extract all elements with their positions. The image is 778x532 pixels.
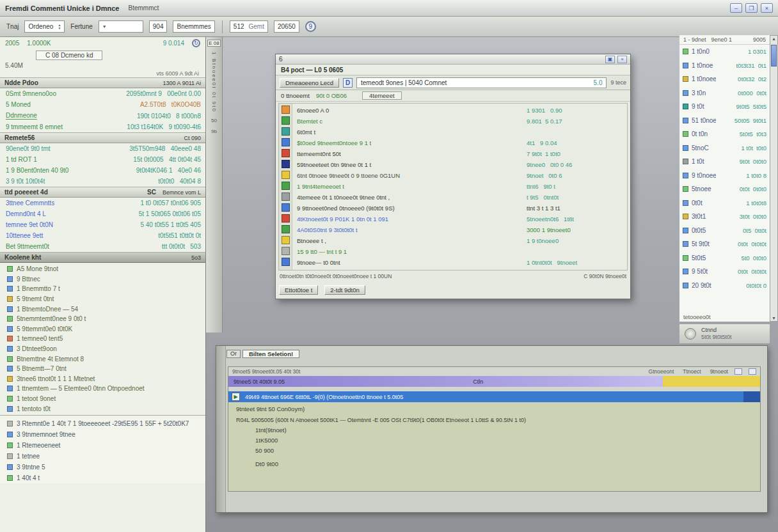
list-item[interactable]: 9 5t0t 0t0t 0t0t0t bbox=[679, 265, 770, 279]
status-bar-blue[interactable]: ▶ 49t49 4ttnoet 696E 6ttt0tL -9(0) (Otno… bbox=[228, 391, 760, 402]
item-icon[interactable] bbox=[282, 192, 290, 201]
list-item[interactable]: 1 40t 4 t bbox=[0, 473, 205, 483]
item-icon[interactable] bbox=[282, 182, 290, 190]
numeric-field-2[interactable]: 512 Gemt bbox=[230, 20, 268, 33]
list-item[interactable]: 20 9t0t 0t0t0t 0 bbox=[679, 279, 770, 293]
open-button[interactable]: Dmeaoeeno Lecd bbox=[280, 78, 339, 88]
table-row[interactable]: $t0oed 9tneemt0ntoee 9 1 t 4t1 9 0.04 bbox=[292, 137, 627, 148]
table-row[interactable]: Bet 9ttmeemt0t ttt 0t0t0t 503 bbox=[0, 241, 205, 252]
timeline-segment-yellow[interactable] bbox=[663, 376, 760, 387]
list-item[interactable]: 1 tetnee bbox=[0, 451, 205, 462]
list-item[interactable]: A5 Mone 9tnot bbox=[0, 264, 205, 274]
list-item[interactable]: 5t 9t0t 0t0t 0t0t0t bbox=[679, 237, 770, 251]
list-item[interactable]: 0t0t 1 t0t0t8 bbox=[679, 196, 770, 210]
item-icon[interactable] bbox=[282, 214, 290, 223]
table-row[interactable]: ttemeemt0nt 50t 7 9t0t 1 t0t0 bbox=[292, 148, 627, 159]
item-icon[interactable] bbox=[282, 106, 290, 114]
list-item[interactable]: 0t t0n 5t0t5 t0t3 bbox=[679, 127, 770, 141]
tab-selection[interactable]: Bilten Seletion! bbox=[242, 350, 299, 358]
table-row[interactable]: 90ene0t 9t0 tmt 3t5T50m948 40eee0 48 bbox=[0, 143, 205, 154]
scroll-up-icon[interactable]: ▲ bbox=[770, 36, 777, 41]
timeline-bar-purple[interactable]: 9tnee5 0t 40t0t 9.05 Ctln bbox=[228, 376, 760, 387]
item-icon[interactable] bbox=[282, 160, 290, 168]
right-scrollbar[interactable]: ▲ ▼ bbox=[770, 35, 778, 322]
table-row[interactable]: 1 9tnt4temeeoet t ttnt6 9t0 t bbox=[292, 181, 627, 192]
table-row[interactable]: 3ttnee Cemmntts 1 t0 0t057 t0nt06 905 bbox=[0, 198, 205, 208]
list-item[interactable]: 1 t0noe t0t3t31 0t1 bbox=[679, 59, 770, 73]
collapsed-panel-strip[interactable]: E 08 1 Btnoee0t 0t 9t0 50 9b bbox=[206, 37, 223, 332]
d-icon[interactable]: D bbox=[343, 78, 353, 88]
play-icon[interactable]: ▶ bbox=[232, 393, 240, 401]
tab-or[interactable]: Or bbox=[226, 350, 241, 358]
item-icon[interactable] bbox=[282, 149, 290, 157]
series-field[interactable]: temeodt 9ones | 5040 Comnet 5.0 bbox=[356, 77, 607, 88]
list-item[interactable]: 1 BtnemtoDnee — 54 bbox=[0, 304, 205, 314]
item-icon[interactable] bbox=[282, 247, 290, 255]
table-row[interactable]: 9 tmmeemt 8 emnet 10t3 t164t0K 9 t0090-4… bbox=[0, 121, 205, 132]
spinner-icon[interactable]: ▲▼ bbox=[58, 24, 61, 30]
item-icon[interactable] bbox=[282, 236, 290, 244]
list-item[interactable]: 1 t0n0 1 0301 bbox=[679, 45, 770, 59]
table-row[interactable]: 9tnoee— t0 0tnt 1 0tnt0t0t 9tnoeet bbox=[292, 257, 627, 268]
list-item[interactable]: 3t0t1 3t0t 0t0t0 bbox=[679, 210, 770, 224]
table-row[interactable]: 6tnt 0tnoee 9tnee0t 0 9 ttoene 0G1UN 9tn… bbox=[292, 170, 627, 181]
list-item[interactable]: 3 Dtnteet9oon bbox=[0, 344, 205, 354]
close-icon[interactable]: × bbox=[617, 56, 627, 63]
table-row[interactable]: 6t0mt t bbox=[292, 127, 627, 137]
table-row[interactable]: 9 9ttnoeet0ned 0tnoeee0 (9t0t0t 9S) ttnt… bbox=[292, 203, 627, 214]
table-row[interactable]: Btnoeee t , 1 9 t0noee0 bbox=[292, 235, 627, 246]
list-item[interactable]: 5 9ttemmt0e0 t0t0K bbox=[0, 324, 205, 334]
numeric-field-3[interactable]: 20650 bbox=[274, 20, 299, 33]
item-icon[interactable] bbox=[282, 225, 290, 233]
item-icon[interactable] bbox=[282, 138, 290, 146]
camera-icon[interactable]: ▣ bbox=[605, 56, 615, 63]
order-combo[interactable]: Ordeneo ▲▼ bbox=[24, 20, 65, 33]
list-item[interactable]: 1 t0noee 0t0t32 0t2 bbox=[679, 72, 770, 86]
numeric-field-1[interactable]: 904 bbox=[149, 20, 168, 33]
list-item[interactable]: 3 9tntne 5 bbox=[0, 462, 205, 473]
list-item[interactable]: 5tnemmtemt0nee 9 0t0 t bbox=[0, 314, 205, 324]
table-row[interactable]: Demnd0nt 4 L 5t 1 50t065 0t0t06 t05 bbox=[0, 208, 205, 219]
list-item[interactable]: 51 t0noe 50t05 9t0t1 bbox=[679, 114, 770, 128]
list-item[interactable]: 5t0t5 5t0 0t0t0 bbox=[679, 251, 770, 265]
list-item[interactable]: 5tnoee 0t0t 0t0t0 bbox=[679, 182, 770, 196]
list-item[interactable]: 9 t0t 9t0t5 5t0t5 bbox=[679, 100, 770, 114]
panel-restore-icon[interactable] bbox=[734, 368, 742, 375]
list-item[interactable]: 1 Rtemeoeneet bbox=[0, 440, 205, 451]
list-item[interactable]: 5 9tnemt 0tnt bbox=[0, 294, 205, 304]
fortune-combo[interactable]: ▼ bbox=[99, 20, 143, 33]
name-field-1[interactable]: Bnemmmes bbox=[173, 20, 214, 33]
status-button-1[interactable]: Ettot0toe t bbox=[279, 285, 318, 295]
table-row[interactable]: Btemtet c 9.801 5 0.17 bbox=[292, 116, 627, 127]
list-item[interactable]: 1 Bnemmtto 7 t bbox=[0, 284, 205, 294]
list-item[interactable]: Btnemttne 4t Etemnot 8 bbox=[0, 354, 205, 364]
list-item[interactable]: 1 temnee0 tent5 bbox=[0, 334, 205, 344]
tab-items[interactable]: 4temeeet bbox=[362, 91, 402, 100]
table-row[interactable]: 4temeee 0t 1 t0noee0t 9tnee 0tnt , t 9t5… bbox=[292, 192, 627, 203]
table-row[interactable]: 0Smt 9mneno0oo 2095t0mnt 9 00e0nt 0.00 bbox=[0, 88, 205, 99]
item-icon[interactable] bbox=[282, 127, 290, 136]
list-item[interactable]: 3 Rtemnt0e 1 40t 7 1 9toeeeoeet -29t5E95… bbox=[0, 418, 205, 429]
table-row[interactable]: 15 9 tt0 — tnt t 9 1 bbox=[292, 246, 627, 257]
minimize-icon[interactable]: – bbox=[730, 3, 742, 13]
status-button-2[interactable]: 2-tdt 9dt0n bbox=[324, 285, 365, 295]
list-item[interactable]: 1 ttnemtem — 5 Etemtee0 0tnn Otnpoednoet bbox=[0, 384, 205, 394]
scroll-down-icon[interactable]: ▼ bbox=[770, 316, 777, 320]
table-row[interactable]: Ddnmeone 190t 0104t0 8 t000n8 bbox=[0, 110, 205, 121]
list-item[interactable]: 1 t0t 9t0t 0t0t0 bbox=[679, 155, 770, 169]
list-item[interactable]: 3 t0n 0t000 0t0t bbox=[679, 86, 770, 100]
sphere-icon[interactable] bbox=[685, 328, 696, 340]
list-item[interactable]: 3tnee6 ttnot0t 1 1 1 Mtetnet bbox=[0, 374, 205, 384]
table-row[interactable]: 59tnoeeteet 0tn 9tnee 0t 1 t 9tnee0 0t0 … bbox=[292, 159, 627, 170]
panel-close-icon[interactable] bbox=[749, 368, 756, 375]
table-row[interactable]: 1 9 B0ent0nten 40 9t0 9t0t4tK046 1 40e0 … bbox=[0, 165, 205, 176]
list-item[interactable]: 1 tentoto t0t bbox=[0, 403, 205, 414]
list-item[interactable]: 5 Btnemtt—7 0tnt bbox=[0, 364, 205, 374]
list-item[interactable]: 5tnoC 1 t0t t0t0 bbox=[679, 141, 770, 155]
list-item[interactable]: 1 tetoot 9onet bbox=[0, 394, 205, 404]
item-icon[interactable] bbox=[282, 171, 290, 179]
table-row[interactable]: 6tnoee0 A 0 1 9301 0.90 bbox=[292, 105, 627, 116]
restore-icon[interactable]: ❐ bbox=[745, 3, 758, 13]
list-item[interactable]: 0t0t5 0t5 0tt0t bbox=[679, 224, 770, 238]
item-icon[interactable] bbox=[282, 116, 290, 125]
